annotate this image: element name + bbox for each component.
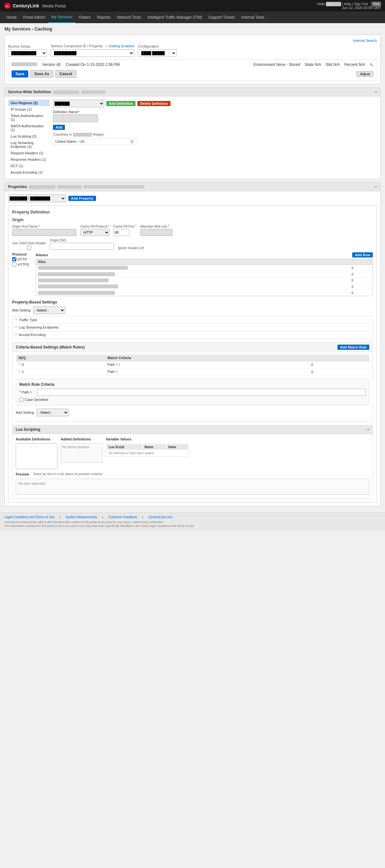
nav-home[interactable]: Home bbox=[3, 12, 20, 23]
add-property-button[interactable]: Add Property bbox=[68, 196, 96, 201]
footer-customer-feedback[interactable]: Customer Feedback bbox=[108, 515, 137, 519]
service-component-select[interactable]: █████████ bbox=[51, 49, 134, 57]
alias-del-4[interactable]: 🗑 bbox=[349, 283, 373, 290]
expandable-log-streaming[interactable]: + Log Streaming Endpoints bbox=[12, 324, 373, 331]
service-wide-header[interactable]: Service-Wide Definition █████ █████ Rout… bbox=[5, 88, 380, 96]
save-as-button[interactable]: Save As bbox=[30, 70, 53, 78]
access-group-select[interactable]: ██████████ bbox=[8, 49, 47, 57]
expandable-traffic-type[interactable]: + Traffic Type bbox=[12, 316, 373, 324]
definition-select[interactable]: ██████ bbox=[53, 100, 104, 107]
lua-no-defs-text: No definitions have been added bbox=[107, 451, 188, 456]
alias-del-2[interactable]: 🗑 bbox=[349, 271, 373, 277]
service-wide-content: ██████ Add Definition Delete Definition … bbox=[53, 100, 377, 176]
footer-centurylink[interactable]: CenturyLink.com bbox=[148, 515, 172, 519]
sidebar-item-dct[interactable]: DCT (1) bbox=[8, 163, 50, 169]
alias-del-5[interactable]: 🗑 bbox=[349, 290, 373, 296]
host-name-input[interactable] bbox=[12, 229, 76, 236]
adjust-button[interactable]: Adjust bbox=[356, 71, 374, 77]
cache-fill-port-input[interactable] bbox=[113, 229, 130, 236]
save-button[interactable]: Save bbox=[11, 70, 28, 78]
properties-collapse-icon[interactable]: − bbox=[375, 185, 377, 189]
nav-network-tools[interactable]: Network Tools bbox=[114, 12, 144, 23]
sidebar-item-geo-regions[interactable]: Geo Regions (2) bbox=[8, 100, 50, 106]
service-wide-collapse-icon[interactable]: − bbox=[375, 90, 377, 94]
alias-col-header: Alias bbox=[36, 259, 349, 265]
criteria-add-setting-select[interactable]: - Select - bbox=[37, 409, 69, 416]
sidebar-item-aws4-auth[interactable]: AWS4 Authentication (1) bbox=[8, 123, 50, 133]
case-sensitive-group: Case Sensitive bbox=[19, 398, 366, 402]
nav-orders[interactable]: Orders bbox=[75, 12, 94, 23]
match-seq-1: ⠿ 1 bbox=[16, 368, 105, 375]
use-client-header-checkbox[interactable] bbox=[12, 246, 46, 250]
alias-del-3[interactable]: 🗑 bbox=[349, 277, 373, 283]
match-val-0: Path = / bbox=[105, 361, 308, 368]
footer-system-req[interactable]: System Requirements bbox=[66, 515, 97, 519]
match-rule-row-0: ⠿ 0 Path = / 🗑 bbox=[16, 361, 369, 368]
cache-fill-protocol-field: Cache Fill Protocol * HTTP HTTPS bbox=[80, 225, 109, 236]
add-setting-select[interactable]: - Select - bbox=[33, 306, 65, 314]
variable-values-col: Variable Values Lua Script Name Value bbox=[106, 437, 189, 469]
match-criteria-col-header: Match Criteria bbox=[105, 354, 308, 361]
def-name-input[interactable] bbox=[53, 115, 98, 122]
add-match-rule-button[interactable]: Add Match Rule bbox=[338, 345, 369, 350]
add-definition-button[interactable]: Add Definition bbox=[106, 101, 136, 106]
service-wide-header-text: Service-Wide Definition █████ █████ Rout… bbox=[8, 90, 106, 94]
created-value: 1-15-2020 2:56 PM bbox=[87, 62, 120, 67]
drag-handle-0[interactable]: ⠿ bbox=[18, 363, 21, 367]
preview-header-row: Preview Select an item in a list above t… bbox=[16, 472, 369, 477]
hello-text: Hello ██████ | Help | Sign Out bbox=[317, 2, 368, 6]
sidebar-item-token-auth[interactable]: Token Authentication (1) bbox=[8, 113, 50, 123]
nav-portal-admin[interactable]: Portal Admin bbox=[20, 12, 48, 23]
available-defs-select[interactable] bbox=[16, 443, 58, 469]
origin-dns-field: Origin DNS bbox=[50, 239, 114, 250]
nav-reports[interactable]: Reports bbox=[94, 12, 114, 23]
nav-itm[interactable]: Intelligent Traffic Manager (ITM) bbox=[144, 12, 205, 23]
sidebar-item-ip-groups[interactable]: IP Groups (1) bbox=[8, 106, 50, 113]
properties-header[interactable]: Properties █████ █████ Route / Config al… bbox=[5, 183, 380, 191]
delete-definition-button[interactable]: Delete Definition bbox=[137, 101, 171, 106]
sidebar-item-log-streaming[interactable]: Log Streaming Endpoints (2) bbox=[8, 140, 50, 150]
version-info-left: Version 40 Created On 1-15-2020 2:56 PM bbox=[11, 62, 120, 67]
http-checkbox[interactable] bbox=[12, 257, 16, 261]
https-checkbox[interactable] bbox=[12, 262, 16, 267]
top-bar-right: Hello ██████ | Help | Sign Out VNA Jun 1… bbox=[317, 2, 381, 10]
lua-scripting-header[interactable]: Lua Scripting − bbox=[12, 425, 373, 434]
add-row-button[interactable]: Add Row bbox=[352, 252, 373, 257]
prop-settings-title: Property-Based Settings bbox=[12, 300, 373, 305]
country-delete-icon[interactable]: 🗑 bbox=[130, 139, 134, 144]
def-name-label: Definition Name* bbox=[53, 110, 377, 114]
expandable-accept-encoding[interactable]: + Accept-Encoding bbox=[12, 331, 373, 338]
internal-search-link: Internal Search bbox=[8, 38, 377, 43]
lua-scripting-collapse-icon[interactable]: − bbox=[367, 427, 369, 432]
path-input[interactable] bbox=[37, 389, 366, 396]
case-sensitive-label: Case Sensitive bbox=[25, 398, 48, 402]
match-del-0[interactable]: 🗑 bbox=[308, 361, 369, 368]
alternate-web-root-input[interactable] bbox=[140, 229, 172, 236]
nav-support-tickets[interactable]: Support Tickets bbox=[205, 12, 238, 23]
cache-fill-protocol-select[interactable]: HTTP HTTPS bbox=[80, 229, 109, 236]
sidebar-item-request-headers[interactable]: Request Headers (1) bbox=[8, 150, 50, 156]
no-item-selected-text: No item selected bbox=[19, 482, 45, 486]
sidebar-item-accept-encoding[interactable]: Accept-Encoding (1) bbox=[8, 169, 50, 176]
footer-links: Legal Conditions and Terms of Use | Syst… bbox=[4, 515, 381, 519]
nav-my-services[interactable]: My Services bbox=[48, 11, 75, 23]
add-button[interactable]: Add bbox=[53, 125, 65, 130]
nav-internal-tools[interactable]: Internal Tools bbox=[238, 12, 268, 23]
drag-handle-1[interactable]: ⠿ bbox=[18, 370, 21, 374]
configuration-select[interactable]: ████ █████ bbox=[138, 49, 177, 57]
cancel-button[interactable]: Cancel bbox=[55, 70, 76, 78]
sidebar-item-lua-scripting[interactable]: Lua Scripting (2) bbox=[8, 133, 50, 140]
preview-hint: Select an item in a list above to previe… bbox=[33, 472, 102, 476]
alias-del-1[interactable]: 🗑 bbox=[349, 265, 373, 271]
expand-icon-accept: + bbox=[15, 333, 17, 336]
footer-legal[interactable]: Legal Conditions and Terms of Use bbox=[4, 515, 54, 519]
internal-search-anchor[interactable]: Internal Search bbox=[353, 38, 377, 42]
sidebar-item-response-headers[interactable]: Response Headers (1) bbox=[8, 156, 50, 163]
origin-dns-input[interactable] bbox=[50, 243, 114, 250]
property-select[interactable]: ███████ / ████████ bbox=[8, 194, 66, 202]
edit-icon[interactable]: ✎ bbox=[370, 62, 374, 67]
case-sensitive-checkbox[interactable] bbox=[19, 398, 24, 402]
aliases-section: Aliases Add Row Alias bbox=[36, 252, 373, 296]
match-del-1[interactable]: 🗑 bbox=[308, 368, 369, 375]
service-name-blurred bbox=[11, 62, 37, 66]
